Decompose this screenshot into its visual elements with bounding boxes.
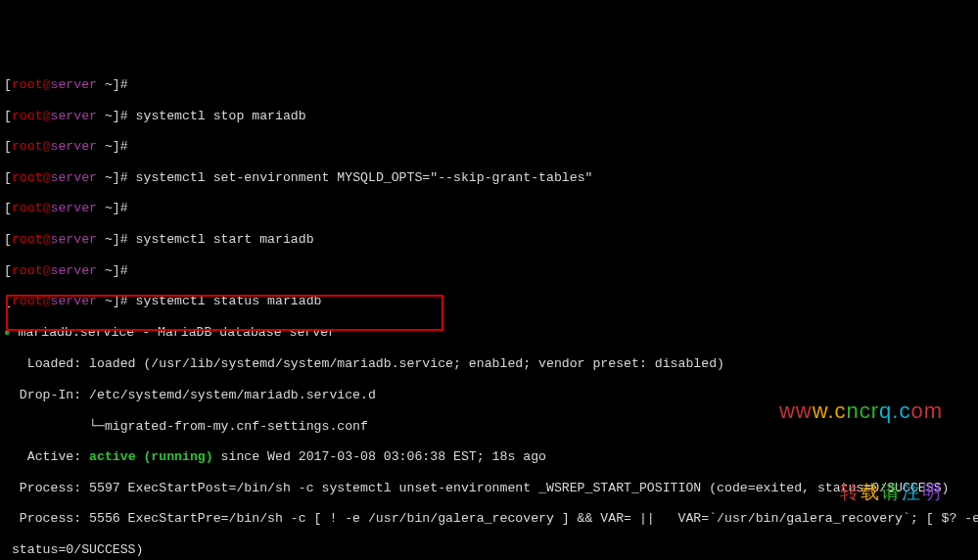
status-proc2b: status=0/SUCCESS) — [4, 542, 974, 558]
cmd-stop-line: [root@server ~]# systemctl stop mariadb — [4, 109, 974, 124]
highlight-box — [6, 295, 443, 331]
prompt-line: [root@server ~]# — [4, 263, 974, 279]
prompt-line: [root@server ~]# — [4, 77, 974, 93]
cmd-start-line: [root@server ~]# systemctl start mariadb — [4, 232, 974, 248]
watermark-text: 转载请注明 — [751, 469, 943, 515]
prompt-line: [root@server ~]# — [4, 201, 974, 216]
watermark: www.cncrq.com 转载请注明 — [751, 356, 943, 531]
prompt-line: [root@server ~]# — [4, 139, 974, 155]
cmd-setenv-line: [root@server ~]# systemctl set-environme… — [4, 170, 974, 186]
watermark-url: www.cncrq.com — [751, 388, 943, 434]
